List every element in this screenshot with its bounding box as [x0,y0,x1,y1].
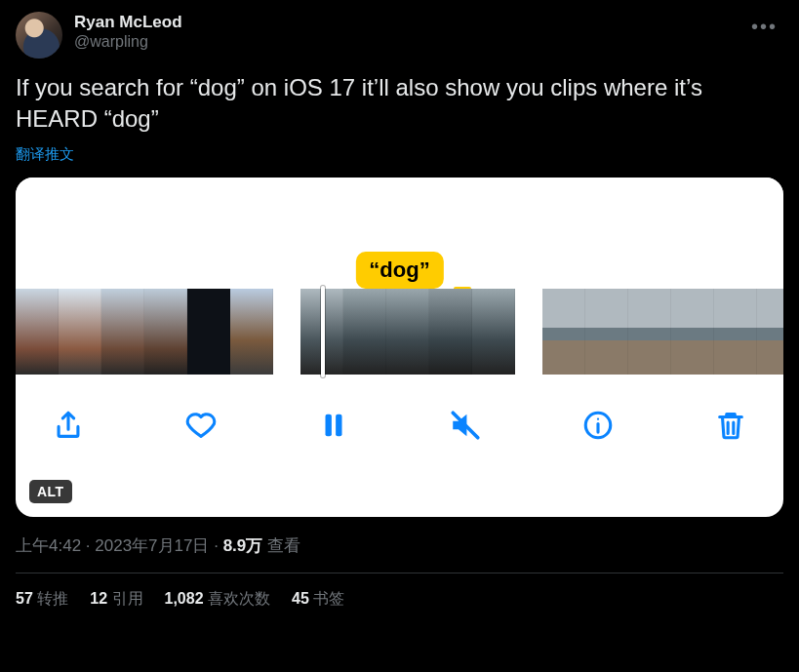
trash-icon[interactable] [711,406,750,445]
handle: @warpling [74,32,182,52]
clip-segment[interactable] [16,289,273,375]
thumbnail [757,289,783,375]
pause-icon[interactable] [314,406,353,445]
info-icon[interactable] [579,406,618,445]
timeline-strip[interactable] [16,285,783,378]
media-toolbar [16,378,783,462]
thumbnail [343,289,386,375]
thumbnail [472,289,515,375]
label: 书签 [313,590,344,607]
meta-views-label: 查看 [267,536,300,555]
thumbnail [59,289,101,375]
media-card[interactable]: “dog” [16,178,783,517]
meta-views-count[interactable]: 8.9万 [223,536,263,555]
thumbnail [671,289,714,375]
clip-segment[interactable] [300,289,515,375]
mute-icon[interactable] [446,406,485,445]
tweet-stats: 57 转推 12 引用 1,082 喜欢次数 45 书签 [16,573,783,610]
thumbnail [101,289,144,375]
display-name: Ryan McLeod [74,12,182,32]
translate-link[interactable]: 翻译推文 [16,145,783,164]
tweet-header: Ryan McLeod @warpling ••• [16,12,783,59]
thumbnail [187,289,230,375]
stat-likes[interactable]: 1,082 喜欢次数 [165,589,271,610]
svg-rect-1 [336,414,341,436]
caption-bubble: “dog” [355,252,443,289]
stat-retweets[interactable]: 57 转推 [16,589,68,610]
thumbnail [714,289,757,375]
count: 1,082 [165,590,204,607]
clip-segment[interactable] [542,289,783,375]
alt-badge[interactable]: ALT [29,480,72,503]
avatar[interactable] [16,12,62,59]
svg-rect-0 [325,414,331,436]
label: 引用 [112,590,143,607]
label: 喜欢次数 [208,590,270,607]
tweet-text: If you search for “dog” on iOS 17 it’ll … [16,72,783,136]
stat-bookmarks[interactable]: 45 书签 [292,589,344,610]
svg-point-5 [597,417,599,419]
more-icon[interactable]: ••• [745,12,783,42]
thumbnail [628,289,671,375]
thumbnail [386,289,429,375]
share-icon[interactable] [49,406,88,445]
tweet-meta: 上午4:422023年7月17日8.9万 查看 [16,534,783,557]
thumbnail [542,289,585,375]
author-names[interactable]: Ryan McLeod @warpling [74,12,182,52]
meta-date[interactable]: 2023年7月17日 [95,536,209,555]
thumbnail [585,289,628,375]
count: 12 [90,590,107,607]
meta-time[interactable]: 上午4:42 [16,536,81,555]
stat-quotes[interactable]: 12 引用 [90,589,142,610]
thumbnail [144,289,187,375]
thumbnail [429,289,472,375]
thumbnail [16,289,59,375]
playhead[interactable] [321,286,325,377]
thumbnail [230,289,273,375]
count: 57 [16,590,33,607]
label: 转推 [37,590,68,607]
count: 45 [292,590,309,607]
tweet-container: Ryan McLeod @warpling ••• If you search … [0,0,799,610]
heart-icon[interactable] [181,406,220,445]
